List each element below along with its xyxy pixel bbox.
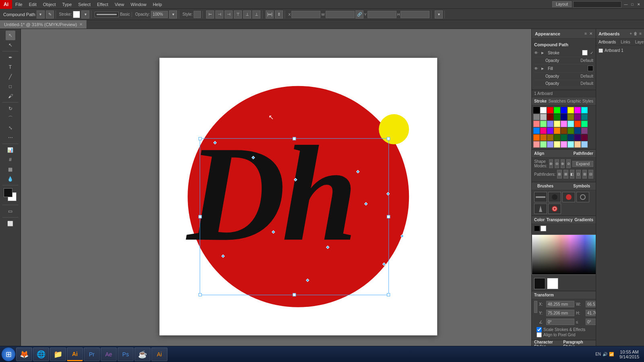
angle-input[interactable]: 0° <box>546 319 574 325</box>
h-input[interactable]: 41.703 mm <box>586 310 596 316</box>
stroke-expand-icon[interactable]: ▶ <box>541 51 545 55</box>
swatch-cell[interactable] <box>574 121 581 127</box>
pf-unite-btn[interactable]: ⊕ <box>549 159 553 168</box>
firefox-btn[interactable]: 🦊 <box>16 348 32 361</box>
menu-file[interactable]: File <box>12 0 26 8</box>
swatch-cell[interactable] <box>533 107 540 113</box>
photoshop-btn[interactable]: Ps <box>118 348 134 361</box>
mesh-tool[interactable]: # <box>6 155 15 165</box>
swatches-tab-stroke[interactable]: Swatches <box>548 99 566 103</box>
brush-item-1[interactable] <box>534 192 547 202</box>
menu-object[interactable]: Object <box>40 0 59 8</box>
transform-header[interactable]: Transform <box>532 291 596 299</box>
appearance-options-icon[interactable]: ≡ <box>584 31 587 36</box>
object-options-button[interactable]: ▾ <box>37 10 45 19</box>
dist-v-icon[interactable]: ⇕ <box>275 10 283 19</box>
align-bottom-icon[interactable]: ⊥ <box>252 10 260 19</box>
swatch-cell[interactable] <box>547 141 553 148</box>
appearance-close-icon[interactable]: ✕ <box>589 31 592 36</box>
column-graph-tool[interactable]: 📊 <box>6 145 15 155</box>
stroke-options-button[interactable]: ▾ <box>81 10 89 19</box>
background-swatch[interactable] <box>547 278 558 289</box>
swatch-cell[interactable] <box>540 134 547 141</box>
swatch-cell[interactable] <box>554 134 560 141</box>
brush-item-2[interactable] <box>548 192 561 202</box>
foreground-color-swatch[interactable] <box>4 188 12 197</box>
swatch-cell[interactable] <box>581 128 588 134</box>
start-button[interactable]: ⊞ <box>2 348 15 361</box>
swatches-tab-styles[interactable]: Styles <box>582 99 593 103</box>
swatch-cell[interactable] <box>581 114 588 120</box>
swatch-cell[interactable] <box>533 134 540 141</box>
swatch-black[interactable] <box>534 226 540 231</box>
swatch-white[interactable] <box>541 226 546 231</box>
color-gradient-picker[interactable] <box>532 234 596 275</box>
stroke-color-swatch[interactable] <box>73 11 80 18</box>
align-right-icon[interactable]: ⊣ <box>225 10 233 19</box>
swatch-cell[interactable] <box>533 121 540 127</box>
swatch-cell[interactable] <box>574 128 581 134</box>
swatch-cell[interactable] <box>540 121 547 127</box>
dist-h-icon[interactable]: |⇔| <box>266 10 274 19</box>
artboards-options-btn[interactable]: ≡ <box>639 31 642 36</box>
swatch-cell[interactable] <box>554 141 560 148</box>
pf-intersect-btn[interactable]: ⊗ <box>561 159 565 168</box>
artboards-delete-btn[interactable]: 🗑 <box>634 31 638 36</box>
foreground-swatch[interactable] <box>534 278 545 289</box>
close-button[interactable]: ✕ <box>636 2 642 7</box>
grid-br[interactable] <box>536 309 537 313</box>
swatch-cell[interactable] <box>533 141 540 148</box>
grid-mr[interactable] <box>536 305 537 309</box>
align-pixel-checkbox[interactable] <box>537 332 542 337</box>
brush-item-4[interactable] <box>576 192 589 202</box>
eyedropper-tool[interactable]: 💧 <box>6 174 15 184</box>
swatch-cell[interactable] <box>540 107 547 113</box>
swatch-cell[interactable] <box>561 134 567 141</box>
swatch-cell[interactable] <box>540 114 547 120</box>
swatch-cell[interactable] <box>568 107 574 113</box>
swatch-cell[interactable] <box>554 114 560 120</box>
layers-tab[interactable]: Layers <box>633 39 644 45</box>
swatch-cell[interactable] <box>547 107 553 113</box>
links-tab[interactable]: Links <box>618 39 632 45</box>
align-center-v-icon[interactable]: ⊥ <box>243 10 251 19</box>
artboard-1-item[interactable]: ⬜ Artboard 1 <box>598 47 642 53</box>
scale-tool[interactable]: ⤡ <box>6 123 15 133</box>
lang-indicator[interactable]: EN <box>595 352 601 356</box>
more-options-button[interactable]: ▾ <box>435 10 443 19</box>
menu-view[interactable]: View <box>111 0 128 8</box>
layout-button[interactable]: Layout <box>552 1 572 7</box>
pf-expand-button[interactable]: Expand <box>572 161 593 167</box>
swatch-cell[interactable] <box>561 141 567 148</box>
document-tab[interactable]: Untitled-1* @ 318% (CMYK/Preview) ✕ <box>0 20 87 29</box>
swatch-cell[interactable] <box>554 107 560 113</box>
w-coord-input[interactable]: 66.518 mm <box>326 11 355 18</box>
swatch-cell[interactable] <box>574 134 581 141</box>
swatch-cell[interactable] <box>547 128 553 134</box>
pf-outline-btn[interactable]: ⊞ <box>582 170 587 179</box>
menu-select[interactable]: Select <box>75 0 94 8</box>
swatch-cell[interactable] <box>561 128 567 134</box>
swatch-cell[interactable] <box>554 121 560 127</box>
swatch-cell[interactable] <box>547 134 553 141</box>
swatch-cell[interactable] <box>574 107 581 113</box>
swatch-cell[interactable] <box>581 107 588 113</box>
transform-origin-grid[interactable] <box>534 301 537 313</box>
shear-input[interactable]: 0° <box>586 319 596 325</box>
y-coord-input[interactable]: 75.206 mm <box>367 11 396 18</box>
select-tool[interactable]: ↖ <box>6 31 15 40</box>
screen-mode-tool[interactable]: ▭ <box>6 206 15 216</box>
artboard-tool[interactable]: ⬜ <box>6 219 15 228</box>
swatch-cell[interactable] <box>574 114 581 120</box>
swatch-cell[interactable] <box>581 121 588 127</box>
pf-exclude-btn[interactable]: ⊘ <box>566 159 571 168</box>
align-center-h-icon[interactable]: ⊣ <box>215 10 223 19</box>
swatch-cell[interactable] <box>547 121 553 127</box>
pf-trim-btn[interactable]: ⊠ <box>564 170 568 179</box>
fill-expand-icon[interactable]: ▶ <box>541 67 545 70</box>
pf-minus-back-btn[interactable]: ⊟ <box>588 170 593 179</box>
illustrator2-btn[interactable]: Ai <box>151 348 167 361</box>
menu-type[interactable]: Type <box>59 0 75 8</box>
swatches-mini-header[interactable]: Stroke Swatches Graphic Styles <box>532 97 596 105</box>
grid-tr[interactable] <box>536 301 537 305</box>
